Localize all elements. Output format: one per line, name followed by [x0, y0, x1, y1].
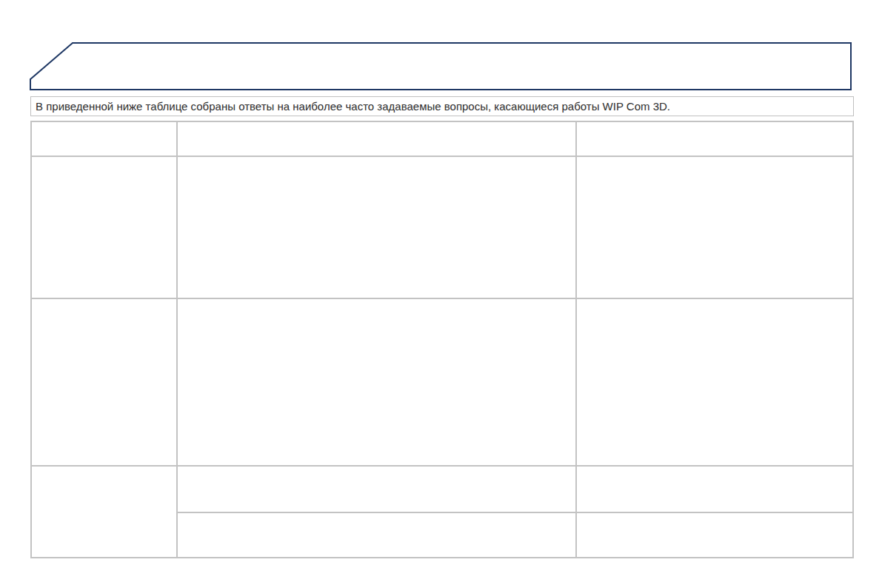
- faq-cell: [576, 512, 853, 558]
- faq-cell: [177, 466, 576, 512]
- faq-cell-merged: [31, 466, 177, 558]
- faq-cell: [177, 156, 576, 298]
- faq-cell: [177, 298, 576, 466]
- faq-cell: [31, 298, 177, 466]
- faq-cell: [576, 298, 853, 466]
- faq-header-cell-3: [576, 121, 853, 156]
- faq-header-cell-1: [31, 121, 177, 156]
- faq-table-row: [31, 156, 853, 298]
- faq-table: [30, 121, 854, 558]
- faq-table-row: [31, 298, 853, 466]
- faq-cell: [576, 466, 853, 512]
- intro-text: В приведенной ниже таблице собраны ответ…: [36, 100, 670, 113]
- snipped-corner-rectangle-shape: [30, 42, 852, 90]
- faq-cell: [177, 512, 576, 558]
- header-banner-shape: [30, 42, 852, 90]
- faq-table-header-row: [31, 121, 853, 156]
- faq-header-cell-2: [177, 121, 576, 156]
- document-page: В приведенной ниже таблице собраны ответ…: [0, 0, 882, 588]
- intro-textbox: В приведенной ниже таблице собраны ответ…: [30, 96, 854, 116]
- faq-table-row: [31, 466, 853, 512]
- faq-cell: [576, 156, 853, 298]
- faq-cell: [31, 156, 177, 298]
